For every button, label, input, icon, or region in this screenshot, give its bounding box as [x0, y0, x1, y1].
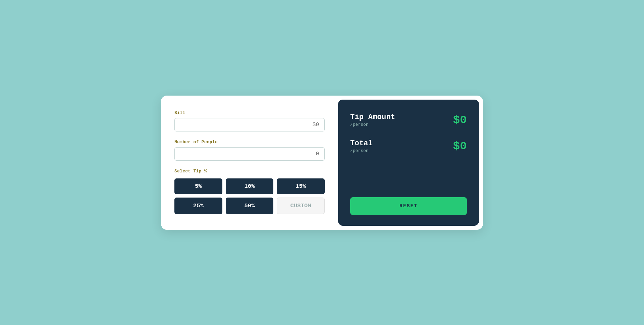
results-section: Tip Amount /person $0 Total /person $0 — [350, 113, 467, 191]
tip-btn-tip-25[interactable]: 25% — [174, 198, 222, 214]
tip-btn-tip-5[interactable]: 5% — [174, 178, 222, 194]
bill-field-group: Bill — [174, 110, 325, 131]
tip-amount-value: $0 — [453, 114, 467, 126]
tip-section: Select Tip % 5%10%15%25%50%CUSTOM — [174, 169, 325, 214]
people-input[interactable] — [174, 147, 325, 161]
tip-btn-tip-custom[interactable]: CUSTOM — [277, 198, 325, 214]
total-label-group: Total /person — [350, 139, 373, 153]
tip-buttons-grid: 5%10%15%25%50%CUSTOM — [174, 178, 325, 214]
tip-amount-row: Tip Amount /person $0 — [350, 113, 467, 127]
left-panel: Bill Number of People Select Tip % 5%10%… — [161, 96, 338, 230]
people-field-group: Number of People — [174, 140, 325, 161]
people-label: Number of People — [174, 140, 325, 145]
bill-label: Bill — [174, 110, 325, 115]
tip-btn-tip-50[interactable]: 50% — [226, 198, 274, 214]
tip-amount-label-group: Tip Amount /person — [350, 113, 395, 127]
tip-calculator-card: Bill Number of People Select Tip % 5%10%… — [161, 96, 483, 230]
reset-button[interactable]: RESET — [350, 197, 467, 215]
total-value: $0 — [453, 140, 467, 153]
tip-section-label: Select Tip % — [174, 169, 325, 174]
tip-per-person-label: /person — [350, 122, 395, 127]
total-per-person-label: /person — [350, 148, 373, 153]
total-row: Total /person $0 — [350, 139, 467, 153]
tip-btn-tip-10[interactable]: 10% — [226, 178, 274, 194]
tip-amount-label: Tip Amount — [350, 113, 395, 121]
bill-input[interactable] — [174, 118, 325, 131]
tip-btn-tip-15[interactable]: 15% — [277, 178, 325, 194]
right-panel: Tip Amount /person $0 Total /person $0 R… — [338, 100, 479, 226]
total-label: Total — [350, 139, 373, 148]
